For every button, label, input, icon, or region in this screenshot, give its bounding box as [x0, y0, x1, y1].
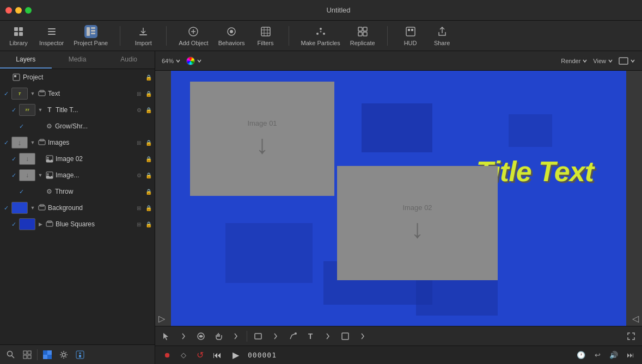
aspect-selector[interactable] [619, 57, 635, 65]
text-tool[interactable]: T [304, 330, 317, 343]
layer-grow-shrink[interactable]: ✓ ⚙ Grow/Shr... [15, 118, 155, 134]
toolbar-replicate[interactable]: Replicate [350, 25, 375, 46]
group-icon-bg [38, 203, 46, 212]
svg-rect-10 [91, 33, 95, 34]
color-picker[interactable] [186, 57, 202, 65]
layer-check-throw[interactable]: ✓ [17, 188, 25, 195]
expand-images[interactable]: ▼ [29, 139, 36, 146]
layer-label-bg: Background [48, 204, 133, 212]
toolbar-inspector[interactable]: Inspector [39, 25, 64, 46]
layer-thumb-img01: ↓ [19, 169, 35, 181]
tab-layers[interactable]: Layers [0, 51, 52, 69]
shape-tool[interactable] [339, 330, 352, 343]
canvas-viewport[interactable]: Image 01 ↓ Title Text Image 02 ↓ ▷ ◁ [155, 71, 642, 326]
layer-project[interactable]: Project 🔒 [0, 69, 155, 85]
layer-check-project[interactable] [2, 73, 10, 81]
loop-icon[interactable]: ↺ [194, 350, 205, 361]
gear-icon-titletext[interactable]: ⚙ [135, 106, 143, 114]
layer-image02[interactable]: ✓ ↓ Image 02 🔒 [8, 151, 155, 167]
toolbar-project-pane[interactable]: Project Pane [74, 25, 108, 46]
toolbar-import[interactable]: Import [132, 25, 154, 46]
expand-bluesq[interactable]: ▶ [37, 221, 44, 227]
canvas-size-tool[interactable] [252, 330, 265, 343]
group-icon-bluesq [45, 220, 54, 229]
search-tool[interactable] [4, 348, 17, 361]
svg-rect-26 [411, 29, 413, 31]
layer-background-group[interactable]: ✓ ▼ Background ⊞ 🔒 [0, 200, 155, 216]
select-arrow[interactable] [177, 330, 190, 343]
svg-rect-56 [255, 334, 261, 339]
library-label: Library [9, 40, 28, 46]
svg-point-34 [47, 157, 49, 159]
layer-check-bluesq[interactable]: ✓ [10, 220, 17, 228]
layer-check-titletext[interactable]: ✓ [10, 106, 17, 114]
toolbar-library[interactable]: Library [8, 25, 29, 46]
hand-arrow[interactable] [229, 330, 242, 343]
maximize-button[interactable] [25, 7, 32, 14]
toolbar-hud[interactable]: HUD [400, 25, 421, 46]
expand-img01[interactable]: ▼ [37, 172, 44, 178]
skip-icon[interactable]: ⏭ [625, 350, 635, 361]
expand-bg[interactable]: ▼ [29, 205, 36, 211]
toolbar-share[interactable]: Share [431, 25, 453, 46]
clock-icon[interactable]: 🕐 [576, 350, 586, 361]
loop2-icon[interactable]: ↩ [592, 350, 603, 361]
audio-icon[interactable]: 🔊 [608, 350, 619, 361]
layer-title-text[interactable]: ✓ TT ▼ T Title T... ⚙ 🔒 [8, 102, 155, 118]
expand-title-text[interactable]: ▼ [37, 107, 44, 113]
rewind-button[interactable]: ⏮ [211, 349, 224, 362]
toolbar-behaviors[interactable]: Behaviors [218, 25, 245, 46]
minimize-button[interactable] [15, 7, 22, 14]
tab-media[interactable]: Media [52, 51, 103, 69]
layer-thumb-bg [11, 202, 28, 214]
fullscreen-tool[interactable] [625, 330, 638, 343]
grid-tool[interactable] [21, 348, 34, 361]
close-button[interactable] [5, 7, 12, 14]
window-title: Untitled [40, 6, 637, 14]
svg-rect-11 [139, 34, 147, 35]
layer-images-group[interactable]: ✓ ↓ ▼ Images ⊞ 🔒 [0, 134, 155, 151]
toolbar-add-object[interactable]: Add Object [179, 25, 208, 46]
gear-icon-img01[interactable]: ⚙ [135, 171, 143, 179]
shape-arrow[interactable] [356, 330, 369, 343]
layer-actions-text: ⊞ 🔒 [135, 90, 152, 97]
layer-image01-group[interactable]: ✓ ↓ ▼ Image... ⚙ 🔒 [8, 167, 155, 183]
info-tool[interactable] [74, 348, 87, 361]
text-arrow[interactable] [321, 330, 334, 343]
checker-tool[interactable] [41, 348, 54, 361]
filters-label: Filters [258, 40, 274, 46]
toolbar-make-particles[interactable]: Make Particles [301, 25, 340, 46]
expand-text-group[interactable]: ▼ [29, 90, 36, 97]
view-selector[interactable]: View [593, 58, 613, 64]
layer-check-text[interactable]: ✓ [2, 90, 10, 97]
layer-throw[interactable]: ✓ ⚙ Throw 🔒 [15, 183, 155, 200]
mask-tool[interactable] [194, 330, 207, 343]
layers-panel[interactable]: Project 🔒 ✓ T ▼ Text ⊞ 🔒 ✓ TT [0, 69, 155, 344]
svg-rect-52 [79, 353, 81, 354]
gear-tool[interactable] [57, 348, 70, 361]
import-label: Import [135, 40, 152, 46]
render-selector[interactable]: Render [561, 58, 588, 64]
fit-selector[interactable]: 64% [162, 58, 181, 64]
keyframe-icon[interactable]: ◇ [178, 350, 189, 361]
layer-blue-squares[interactable]: ✓ ▶ Blue Squares ⊞ 🔒 [8, 216, 155, 232]
svg-rect-24 [406, 27, 415, 36]
play-button[interactable]: ▶ [229, 349, 242, 362]
hand-tool[interactable] [212, 330, 225, 343]
pen-tool[interactable] [286, 330, 299, 343]
record-icon[interactable]: ⏺ [162, 350, 173, 361]
layer-check-img02[interactable]: ✓ [10, 155, 17, 163]
lock-icon-bluesq: 🔒 [145, 220, 152, 228]
svg-rect-42 [23, 351, 27, 354]
select-tool[interactable] [160, 330, 173, 343]
layer-check-grow[interactable]: ✓ [17, 122, 25, 130]
layer-check-img01[interactable]: ✓ [10, 171, 17, 179]
sidebar-bottom-sep [37, 349, 38, 360]
layer-check-bg[interactable]: ✓ [2, 204, 10, 212]
canvas-size-arrow[interactable] [269, 330, 282, 343]
layer-text-group[interactable]: ✓ T ▼ Text ⊞ 🔒 [0, 85, 155, 102]
toolbar-filters[interactable]: Filters [255, 25, 277, 46]
layer-check-images[interactable]: ✓ [2, 139, 10, 146]
tab-audio[interactable]: Audio [103, 51, 155, 69]
toolbar-sep-4 [387, 26, 388, 46]
